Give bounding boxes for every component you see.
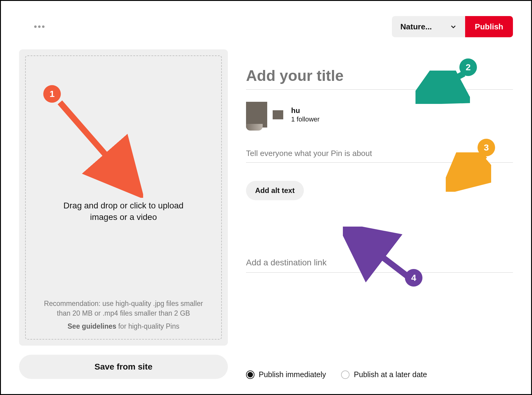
publish-later-label: Publish at a later date (354, 370, 427, 379)
avatar (246, 102, 267, 128)
profile-name: hu (291, 106, 320, 115)
svg-line-5 (452, 155, 485, 184)
publish-button[interactable]: Publish (465, 16, 513, 37)
radio-unchecked-icon (341, 370, 350, 379)
annotation-arrow-3 (446, 152, 491, 192)
upload-instruction: Drag and drop or click to upload images … (60, 200, 187, 223)
annotation-badge-4: 4 (405, 269, 422, 287)
svg-line-7 (350, 233, 408, 277)
chevron-down-icon (450, 23, 457, 30)
annotation-arrow-2 (415, 71, 470, 104)
radio-checked-icon (246, 370, 255, 379)
annotation-arrow-4 (343, 227, 415, 287)
annotation-badge-2: 2 (459, 58, 477, 76)
profile-row: hu 1 follower (246, 102, 513, 128)
guidelines-link[interactable]: See guidelines for high-quality Pins (38, 322, 209, 330)
svg-line-3 (422, 74, 464, 96)
board-select[interactable]: Nature... (392, 16, 465, 37)
board-select-label: Nature... (400, 22, 432, 32)
more-options-icon[interactable] (34, 25, 44, 28)
upload-recommendation: Recommendation: use high-quality .jpg fi… (38, 299, 209, 318)
publish-immediately-radio[interactable]: Publish immediately (246, 370, 326, 379)
annotation-badge-1: 1 (43, 85, 61, 103)
add-alt-text-button[interactable]: Add alt text (246, 181, 304, 200)
svg-line-1 (60, 102, 133, 186)
publish-immediately-label: Publish immediately (259, 370, 326, 379)
annotation-arrow-1 (55, 98, 143, 198)
save-from-site-button[interactable]: Save from site (19, 355, 228, 379)
profile-followers: 1 follower (291, 115, 320, 123)
annotation-badge-3: 3 (478, 139, 495, 156)
publish-later-radio[interactable]: Publish at a later date (341, 370, 427, 379)
